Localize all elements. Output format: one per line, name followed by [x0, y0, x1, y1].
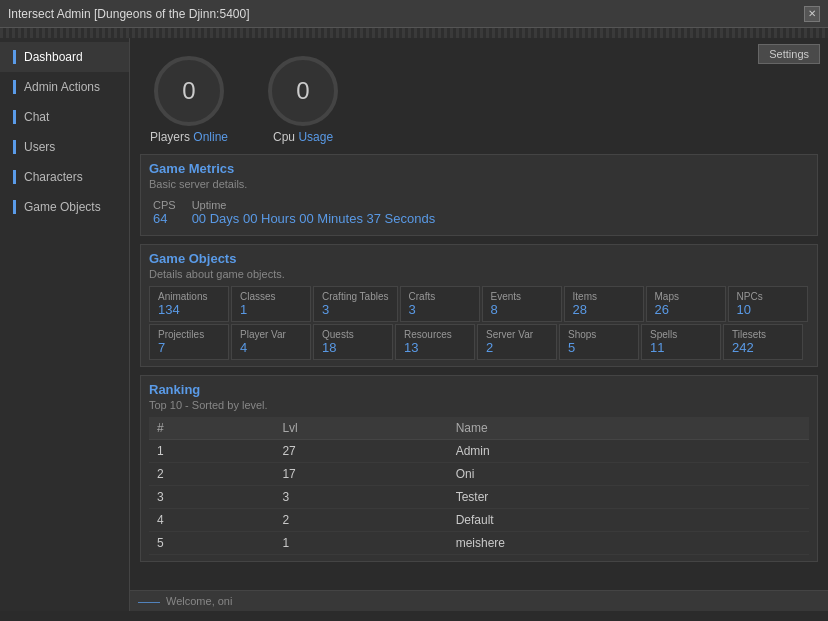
game-metrics-section: Game Metrics Basic server details. CPS 6… — [140, 154, 818, 236]
sidebar-item-characters[interactable]: Characters — [0, 162, 129, 192]
metrics-row: CPS 64 Uptime 00 Days 00 Hours 00 Minute… — [149, 196, 809, 229]
players-label: Players Online — [150, 130, 228, 144]
settings-button[interactable]: Settings — [758, 44, 820, 64]
close-button[interactable]: ✕ — [804, 6, 820, 22]
go-item: Spells11 — [641, 324, 721, 360]
players-circle: 0 — [154, 56, 224, 126]
game-objects-section: Game Objects Details about game objects.… — [140, 244, 818, 367]
col-level: Lvl — [274, 417, 447, 440]
go-item: Server Var2 — [477, 324, 557, 360]
go-item: Events8 — [482, 286, 562, 322]
go-item: Maps26 — [646, 286, 726, 322]
col-name: Name — [448, 417, 809, 440]
bar-icon — [13, 170, 16, 184]
bar-icon — [13, 140, 16, 154]
table-row[interactable]: 42Default — [149, 509, 809, 532]
uptime-value: 00 Days 00 Hours 00 Minutes 37 Seconds — [192, 211, 436, 226]
table-row[interactable]: 217Oni — [149, 463, 809, 486]
go-item: Shops5 — [559, 324, 639, 360]
cps-value: 64 — [153, 211, 176, 226]
status-message: Welcome, oni — [166, 595, 232, 607]
game-objects-grid: Animations134Classes1Crafting Tables3Cra… — [149, 286, 809, 360]
players-online-stat: 0 Players Online — [150, 56, 228, 144]
uptime-metric: Uptime 00 Days 00 Hours 00 Minutes 37 Se… — [188, 196, 448, 229]
cpu-label: Cpu Usage — [273, 130, 333, 144]
go-item: Tilesets242 — [723, 324, 803, 360]
go-item: Crafts3 — [400, 286, 480, 322]
game-objects-title: Game Objects — [149, 251, 809, 266]
ranking-title: Ranking — [149, 382, 809, 397]
bar-icon — [13, 50, 16, 64]
go-item: Crafting Tables3 — [313, 286, 398, 322]
players-value: 0 — [182, 77, 195, 105]
go-item: Quests18 — [313, 324, 393, 360]
table-row[interactable]: 127Admin — [149, 440, 809, 463]
title-bar: Intersect Admin [Dungeons of the Djinn:5… — [0, 0, 828, 28]
content-area: Settings 0 Players Online 0 — [130, 38, 828, 611]
resize-bar — [0, 28, 828, 38]
go-item: Classes1 — [231, 286, 311, 322]
main-layout: Dashboard Admin Actions Chat Users Chara… — [0, 38, 828, 611]
ranking-table-container[interactable]: # Lvl Name 127Admin217Oni33Tester42Defau… — [149, 417, 809, 555]
table-row[interactable]: 33Tester — [149, 486, 809, 509]
cps-label: CPS — [153, 199, 176, 211]
cpu-circle: 0 — [268, 56, 338, 126]
window-title: Intersect Admin [Dungeons of the Djinn:5… — [8, 7, 249, 21]
go-item: Projectiles7 — [149, 324, 229, 360]
go-item: Items28 — [564, 286, 644, 322]
ranking-table: # Lvl Name 127Admin217Oni33Tester42Defau… — [149, 417, 809, 555]
game-metrics-title: Game Metrics — [149, 161, 809, 176]
go-item: NPCs10 — [728, 286, 808, 322]
go-item: Animations134 — [149, 286, 229, 322]
sidebar-item-admin-actions[interactable]: Admin Actions — [0, 72, 129, 102]
bar-icon — [13, 200, 16, 214]
status-bar: —— Welcome, oni — [130, 590, 828, 611]
ranking-section: Ranking Top 10 - Sorted by level. # Lvl … — [140, 375, 818, 562]
sidebar-item-chat[interactable]: Chat — [0, 102, 129, 132]
bar-icon — [13, 110, 16, 124]
game-objects-subtitle: Details about game objects. — [149, 268, 809, 280]
content-inner: Settings 0 Players Online 0 — [130, 38, 828, 611]
status-dash: —— — [138, 595, 160, 607]
uptime-label: Uptime — [192, 199, 436, 211]
game-metrics-subtitle: Basic server details. — [149, 178, 809, 190]
sidebar-item-dashboard[interactable]: Dashboard — [0, 42, 129, 72]
table-row[interactable]: 51meishere — [149, 532, 809, 555]
ranking-subtitle: Top 10 - Sorted by level. — [149, 399, 809, 411]
sidebar-item-game-objects[interactable]: Game Objects — [0, 192, 129, 222]
col-rank: # — [149, 417, 274, 440]
bar-icon — [13, 80, 16, 94]
cps-metric: CPS 64 — [149, 196, 188, 229]
cpu-value: 0 — [296, 77, 309, 105]
sidebar-item-users[interactable]: Users — [0, 132, 129, 162]
cpu-usage-stat: 0 Cpu Usage — [268, 56, 338, 144]
go-item: Player Var4 — [231, 324, 311, 360]
stats-row: 0 Players Online 0 Cpu Usage — [130, 46, 828, 154]
sidebar: Dashboard Admin Actions Chat Users Chara… — [0, 38, 130, 611]
go-item: Resources13 — [395, 324, 475, 360]
